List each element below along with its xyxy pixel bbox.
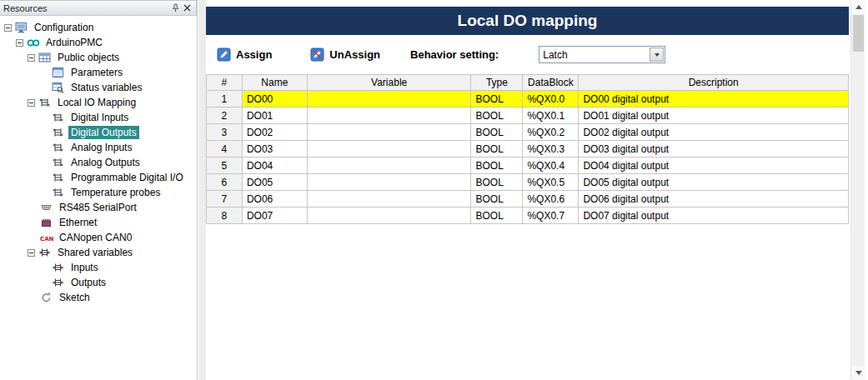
table-row[interactable]: 7DO06BOOL%QX0.6DO06 digital output	[207, 191, 849, 208]
cell-num[interactable]: 3	[207, 124, 243, 141]
col-header-type[interactable]: Type	[471, 75, 523, 91]
cell-num[interactable]: 7	[207, 191, 243, 208]
tree-item-outputs[interactable]: Outputs	[0, 275, 197, 290]
tree-item-arduinopmc[interactable]: ArduinoPMC	[0, 35, 197, 50]
cell-description[interactable]: DO01 digital output	[579, 108, 849, 124]
cell-description[interactable]: DO00 digital output	[579, 91, 849, 108]
scroll-down-icon[interactable]	[851, 366, 865, 380]
cell-type[interactable]: BOOL	[471, 191, 523, 208]
cell-type[interactable]: BOOL	[471, 124, 523, 141]
tree-item-configuration[interactable]: Configuration	[0, 20, 197, 35]
table-row[interactable]: 4DO03BOOL%QX0.3DO03 digital output	[207, 141, 849, 158]
unassign-button[interactable]: UnAssign	[310, 48, 380, 62]
cell-variable[interactable]	[307, 124, 471, 141]
cell-name[interactable]: DO06	[242, 191, 307, 208]
cell-type[interactable]: BOOL	[471, 108, 523, 124]
scrollbar-thumb[interactable]	[853, 15, 864, 52]
table-row[interactable]: 8DO07BOOL%QX0.7DO07 digital output	[207, 208, 849, 224]
tree-item-analog-outputs[interactable]: Analog Outputs	[0, 155, 197, 170]
assign-button[interactable]: Assign	[217, 48, 272, 62]
cell-datablock[interactable]: %QX0.1	[523, 108, 579, 124]
vertical-scrollbar[interactable]	[850, 0, 865, 380]
cell-description[interactable]: DO04 digital output	[579, 158, 849, 174]
scroll-up-icon[interactable]	[851, 0, 865, 14]
tree-item-sketch[interactable]: Sketch	[0, 290, 197, 305]
cell-datablock[interactable]: %QX0.2	[523, 124, 579, 141]
cell-num[interactable]: 1	[207, 91, 243, 108]
tree-item-canopen-can0[interactable]: CANCANopen CAN0	[0, 230, 197, 245]
col-header-description[interactable]: Description	[579, 75, 849, 91]
cell-variable[interactable]	[307, 141, 471, 158]
close-icon[interactable]	[181, 2, 193, 14]
cell-type[interactable]: BOOL	[471, 141, 523, 158]
tree-item-rs485-serialport[interactable]: RS485 SerialPort	[0, 200, 197, 215]
col-header-variable[interactable]: Variable	[307, 75, 471, 91]
cell-num[interactable]: 8	[207, 208, 243, 224]
tree-item-label: CANopen CAN0	[57, 231, 134, 244]
cell-num[interactable]: 2	[207, 108, 243, 124]
collapse-icon[interactable]	[16, 39, 23, 47]
table-row[interactable]: 2DO01BOOL%QX0.1DO01 digital output	[207, 108, 849, 124]
collapse-icon[interactable]	[4, 24, 12, 32]
chevron-down-icon[interactable]	[650, 48, 664, 62]
cell-variable[interactable]	[307, 208, 471, 224]
tree-item-inputs[interactable]: Inputs	[0, 260, 197, 275]
col-header-num[interactable]: #	[207, 75, 243, 91]
table-row[interactable]: 3DO02BOOL%QX0.2DO02 digital output	[207, 124, 849, 141]
pin-icon[interactable]	[169, 2, 181, 14]
cell-description[interactable]: DO03 digital output	[579, 141, 849, 158]
collapse-icon[interactable]	[28, 249, 35, 257]
cell-description[interactable]: DO07 digital output	[579, 208, 849, 224]
cell-description[interactable]: DO06 digital output	[579, 191, 849, 208]
cell-datablock[interactable]: %QX0.5	[523, 174, 579, 191]
panel-splitter[interactable]	[198, 0, 206, 380]
cell-description[interactable]: DO05 digital output	[579, 174, 849, 191]
tree-item-public-objects[interactable]: Public objects	[0, 50, 197, 65]
table-row[interactable]: 1DO00BOOL%QX0.0DO00 digital output	[207, 91, 849, 108]
io-icon	[52, 127, 66, 138]
cell-name[interactable]: DO05	[242, 174, 307, 191]
cell-variable[interactable]	[307, 191, 471, 208]
tree-item-ethernet[interactable]: Ethernet	[0, 215, 197, 230]
cell-variable[interactable]	[307, 108, 471, 124]
cell-type[interactable]: BOOL	[471, 158, 523, 174]
cell-name[interactable]: DO04	[242, 158, 307, 174]
cell-num[interactable]: 4	[207, 141, 243, 158]
tree-item-shared-variables[interactable]: Shared variables	[0, 245, 197, 260]
cell-datablock[interactable]: %QX0.0	[523, 91, 579, 108]
cell-datablock[interactable]: %QX0.3	[523, 141, 579, 158]
cell-datablock[interactable]: %QX0.6	[523, 191, 579, 208]
tree-item-temperature-probes[interactable]: Temperature probes	[0, 185, 197, 200]
cell-name[interactable]: DO00	[242, 91, 307, 108]
cell-datablock[interactable]: %QX0.4	[523, 158, 579, 174]
cell-description[interactable]: DO02 digital output	[579, 124, 849, 141]
cell-type[interactable]: BOOL	[471, 174, 523, 191]
tree-item-local-io-mapping[interactable]: Local IO Mapping	[0, 95, 197, 110]
tree-item-programmable-digital-i-o[interactable]: Programmable Digital I/O	[0, 170, 197, 185]
collapse-icon[interactable]	[28, 99, 35, 107]
cell-num[interactable]: 5	[207, 158, 243, 174]
cell-datablock[interactable]: %QX0.7	[523, 208, 579, 224]
sketch-icon	[40, 292, 54, 303]
table-row[interactable]: 5DO04BOOL%QX0.4DO04 digital output	[207, 158, 849, 174]
collapse-icon[interactable]	[28, 54, 35, 62]
cell-name[interactable]: DO02	[242, 124, 307, 141]
col-header-datablock[interactable]: DataBlock	[523, 75, 579, 91]
cell-type[interactable]: BOOL	[471, 208, 523, 224]
cell-name[interactable]: DO07	[242, 208, 307, 224]
cell-name[interactable]: DO01	[242, 108, 307, 124]
table-row[interactable]: 6DO05BOOL%QX0.5DO05 digital output	[207, 174, 849, 191]
tree-item-digital-outputs[interactable]: Digital Outputs	[0, 125, 197, 140]
cell-num[interactable]: 6	[207, 174, 243, 191]
tree-item-parameters[interactable]: Parameters	[0, 65, 197, 80]
col-header-name[interactable]: Name	[242, 75, 307, 91]
tree-item-analog-inputs[interactable]: Analog Inputs	[0, 140, 197, 155]
tree-item-status-variables[interactable]: Status variables	[0, 80, 197, 95]
cell-variable[interactable]	[307, 158, 471, 174]
cell-variable[interactable]	[307, 91, 471, 108]
cell-variable[interactable]	[307, 174, 471, 191]
behavior-select[interactable]: Latch	[539, 46, 665, 63]
tree-item-digital-inputs[interactable]: Digital Inputs	[0, 110, 197, 125]
cell-type[interactable]: BOOL	[471, 91, 523, 108]
cell-name[interactable]: DO03	[242, 141, 307, 158]
